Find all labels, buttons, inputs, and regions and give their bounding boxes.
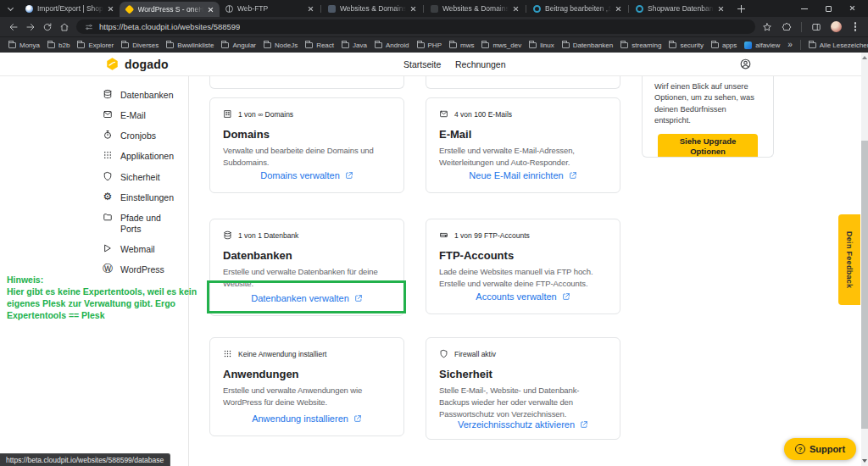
tab-close-icon[interactable] <box>208 7 214 13</box>
dogado-logo[interactable]: dogado <box>105 57 169 71</box>
scroll-down-icon[interactable] <box>862 459 867 463</box>
folder-icon <box>166 42 174 48</box>
home-icon[interactable] <box>59 22 70 32</box>
external-link-icon <box>569 171 577 180</box>
tab-search-chevron-icon[interactable] <box>8 4 14 10</box>
sidebar-item-sicherheit[interactable]: Sicherheit <box>103 171 189 183</box>
profile-avatar[interactable] <box>831 21 842 32</box>
scroll-up-icon[interactable] <box>862 56 867 59</box>
scrollbar-thumb[interactable] <box>861 141 868 429</box>
bookmark-item[interactable]: Diverses <box>121 42 159 49</box>
card-title: Datenbanken <box>223 249 391 262</box>
sidebar-label: Pfade und Ports <box>120 212 181 235</box>
bookmark-item[interactable]: b2b <box>47 42 70 49</box>
tab-close-icon[interactable] <box>308 6 314 12</box>
folder-icon <box>417 42 425 48</box>
blog-favicon <box>636 5 643 13</box>
tab-close-icon[interactable] <box>108 6 114 12</box>
tab-title: Web-FTP <box>237 4 303 13</box>
sidebar-divider <box>188 76 189 466</box>
bookmark-item[interactable]: Java <box>342 42 367 49</box>
folder-icon <box>264 42 271 48</box>
tab-plesk[interactable]: Websites & Domains - Plesk O <box>322 0 422 17</box>
tab-close-icon[interactable] <box>615 6 621 12</box>
back-icon[interactable] <box>8 22 19 32</box>
tab-shopware-admin[interactable]: Import/Export | Shopware Adm <box>19 0 120 17</box>
browser-window: Import/Export | Shopware Adm WordPress S… <box>0 0 868 466</box>
bookmark-item[interactable]: mws <box>449 42 474 49</box>
external-link-icon <box>345 171 353 180</box>
extensions-icon[interactable] <box>782 22 792 32</box>
neue-email-link[interactable]: Neue E-Mail einrichten <box>439 170 607 184</box>
folder-icon <box>375 42 382 48</box>
tab-close-icon[interactable] <box>410 6 416 12</box>
upgrade-options-button[interactable]: Siehe Upgrade Optionen <box>658 134 758 158</box>
page-scrollbar[interactable] <box>861 53 868 466</box>
domains-verwalten-link[interactable]: Domains verwalten <box>223 170 391 184</box>
wordpress-icon: Ⓦ <box>103 264 113 274</box>
sidebar-item-webmail[interactable]: Webmail <box>103 243 189 255</box>
window-maximize-icon[interactable] <box>826 6 832 12</box>
bookmark-star-icon[interactable] <box>762 22 772 32</box>
mail-icon <box>439 109 448 119</box>
bookmark-item[interactable]: apps <box>711 42 737 49</box>
bookmark-item[interactable]: Datenbanken <box>562 42 614 49</box>
account-icon[interactable] <box>739 58 752 70</box>
sidebar-item-cronjobs[interactable]: Cronjobs <box>103 130 189 141</box>
forward-icon[interactable] <box>25 22 36 32</box>
tab-separator <box>628 5 629 13</box>
tab-beitrag-bearbeiten[interactable]: Beitrag bearbeiten „Shopware <box>527 0 627 17</box>
verzeichnisschutz-link[interactable]: Verzeichnisschutz aktivieren <box>439 419 607 433</box>
bookmark-item[interactable]: Bwwlinkliste <box>166 42 214 49</box>
tab-title: Websites & Domains - Plesk O <box>340 4 406 13</box>
external-link-icon <box>562 292 570 301</box>
folder-icon <box>103 212 113 222</box>
anwendung-installieren-link[interactable]: Anwendung installieren <box>223 413 391 427</box>
window-close-icon[interactable] <box>849 5 856 12</box>
alfaview-icon <box>744 42 752 49</box>
bookmark-item[interactable]: Explorer <box>77 42 114 49</box>
bookmarks-overflow-icon[interactable]: » <box>787 41 793 49</box>
logo-text: dogado <box>125 58 169 71</box>
sidebar-item-pfade-ports[interactable]: Pfade und Ports <box>103 212 189 235</box>
tune-icon[interactable] <box>85 23 93 31</box>
card-badge: 1 von 1 Datenbank <box>223 230 391 240</box>
reload-icon[interactable] <box>42 22 53 32</box>
bookmark-item[interactable]: mws_dev <box>481 42 521 49</box>
window-minimize-icon[interactable] <box>801 8 808 9</box>
sidebar-item-email[interactable]: E-Mail <box>103 109 189 121</box>
side-panel-icon[interactable] <box>811 22 821 32</box>
bookmark-item[interactable]: React <box>305 42 334 49</box>
sidebar-item-applikationen[interactable]: Applikationen <box>103 150 189 162</box>
sidebar-item-datenbanken[interactable]: Datenbanken <box>103 89 189 101</box>
bookmark-item[interactable]: Monya <box>8 42 40 49</box>
bookmark-item[interactable]: streaming <box>620 42 661 49</box>
bookmark-item[interactable]: Angular <box>221 42 256 49</box>
menu-kebab-icon[interactable] <box>854 25 857 28</box>
upgrade-text: Wirf einen Blick auf unsere Optionen, um… <box>654 81 761 127</box>
tab-close-icon[interactable] <box>718 6 724 12</box>
accounts-verwalten-link[interactable]: Accounts verwalten <box>439 291 607 305</box>
sidebar-item-einstellungen[interactable]: ⚙Einstellungen <box>103 191 189 203</box>
tab-close-icon[interactable] <box>513 6 519 12</box>
feedback-tab[interactable]: Dein Feedback <box>838 214 860 305</box>
bookmark-item[interactable]: linux <box>529 42 554 49</box>
sidebar-label: Sicherheit <box>120 171 181 183</box>
bookmark-item[interactable]: Android <box>375 42 409 49</box>
tab-webftp[interactable]: Web-FTP <box>220 0 320 17</box>
new-tab-icon[interactable] <box>737 5 745 13</box>
bookmark-item-alfaview[interactable]: alfaview <box>744 42 780 49</box>
all-bookmarks-button[interactable]: Alle Lesezeichen <box>809 42 868 49</box>
tab-onehome-active[interactable]: WordPress S - oneHome <box>120 2 220 17</box>
tab-shopware-datenbank[interactable]: Shopware Datenbank mit PhpM <box>630 0 730 17</box>
folder-icon <box>305 42 313 48</box>
bookmark-item[interactable]: NodeJs <box>264 42 298 49</box>
nav-startseite[interactable]: Startseite <box>403 59 441 69</box>
support-button[interactable]: ? Support <box>784 438 856 460</box>
bookmark-item[interactable]: PHP <box>417 42 442 49</box>
address-bar[interactable]: https://beta.cloudpit.io/websites/588599 <box>76 19 755 34</box>
tab-mws-cloudserver[interactable]: Websites & Domains - mws-cl <box>425 0 525 17</box>
dogado-hexagon-icon <box>105 57 120 71</box>
nav-rechnungen[interactable]: Rechnungen <box>455 59 506 69</box>
bookmark-item[interactable]: security <box>669 42 704 49</box>
